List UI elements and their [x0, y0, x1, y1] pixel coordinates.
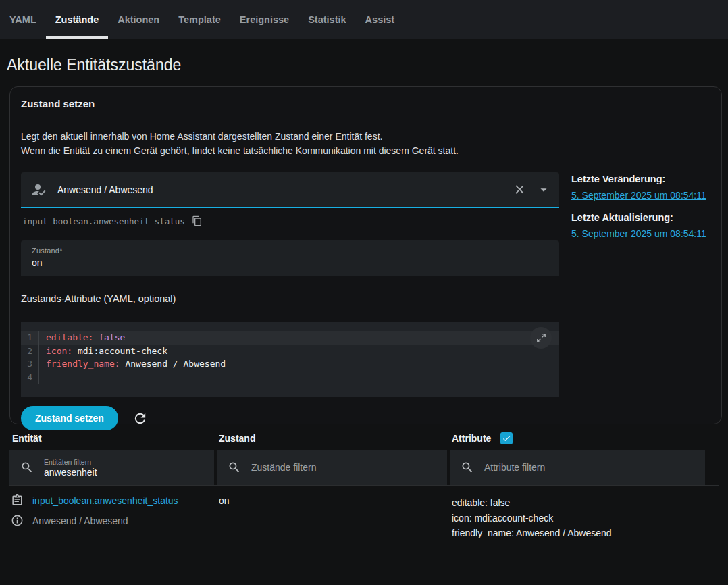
attribute-line: icon: mdi:account-check [452, 511, 706, 526]
card-description: Legt den aktuell innerhalb von Home Assi… [21, 130, 710, 158]
column-header-state: Zustand [216, 432, 449, 444]
line-number: 1 [21, 331, 39, 345]
last-updated-link[interactable]: 5. September 2025 um 08:54:11 [571, 228, 706, 239]
attributes-cell: editable: false icon: mdi:account-check … [449, 494, 706, 541]
attributes-section-label: Zustands-Attribute (YAML, optional) [21, 293, 559, 304]
attributes-filter-input[interactable] [484, 462, 646, 473]
tab-ereignisse[interactable]: Ereignisse [230, 0, 298, 39]
entity-cell: input_boolean.anwesenheit_status Anwesen… [9, 494, 216, 541]
attribute-line: friendly_name: Anwesend / Abwesend [452, 526, 706, 541]
tab-zustaende[interactable]: Zustände [46, 0, 108, 39]
tab-statistik[interactable]: Statistik [298, 0, 355, 39]
state-filter-field[interactable] [217, 450, 447, 485]
tab-template[interactable]: Template [169, 0, 230, 39]
search-icon [228, 461, 241, 474]
chevron-down-icon[interactable] [536, 182, 551, 197]
column-header-attributes: Attribute [449, 432, 706, 444]
editor-line-2: 2 icon: mdi:account-check [21, 345, 559, 358]
refresh-icon[interactable] [132, 411, 148, 426]
line-number: 4 [21, 371, 39, 384]
entity-states-table: Entität Zustand Attribute Entitäten filt… [9, 432, 719, 541]
entity-filter-field[interactable]: Entitäten filtern [9, 450, 214, 485]
entity-picker-value: Anwesend / Abwesend [57, 184, 513, 195]
entity-friendly-name: Anwesend / Abwesend [32, 515, 128, 526]
table-row: input_boolean.anwesenheit_status Anwesen… [9, 486, 719, 541]
state-input-value: on [32, 257, 548, 268]
search-icon [461, 461, 474, 474]
line-number: 3 [21, 357, 39, 371]
set-state-card: Zustand setzen Legt den aktuell innerhal… [9, 86, 722, 424]
last-updated-label: Letzte Aktualisierung: [571, 212, 706, 223]
state-filter-input[interactable] [251, 462, 413, 473]
description-line-2: Wenn die Entität zu einem Gerät gehört, … [21, 144, 710, 158]
tab-aktionen[interactable]: Aktionen [108, 0, 169, 39]
attributes-filter-field[interactable] [450, 450, 705, 485]
entity-id-row: input_boolean.anwesenheit_status [22, 215, 559, 226]
entity-id-text: input_boolean.anwesenheit_status [22, 216, 185, 226]
developer-tools-tabbar: YAML Zustände Aktionen Template Ereignis… [0, 0, 728, 39]
attribute-line: editable: false [452, 495, 706, 511]
fullscreen-expand-icon[interactable] [530, 327, 552, 349]
description-line-1: Legt den aktuell innerhalb von Home Assi… [21, 130, 710, 144]
state-cell: on [216, 494, 449, 541]
editor-line-3: 3 friendly_name: Anwesend / Abwesend [21, 357, 559, 371]
search-icon [20, 461, 34, 474]
state-input[interactable]: Zustand* on [21, 240, 559, 276]
card-title: Zustand setzen [21, 98, 710, 109]
info-icon[interactable] [11, 514, 24, 527]
page-title: Aktuelle Entitätszustände [7, 56, 721, 74]
yaml-editor[interactable]: 1 editable: false 2 icon: mdi:account-ch… [21, 322, 559, 397]
attributes-checkbox[interactable] [500, 432, 513, 444]
entity-id-link[interactable]: input_boolean.anwesenheit_status [32, 495, 178, 506]
tab-yaml[interactable]: YAML [0, 0, 46, 39]
account-check-icon [30, 182, 47, 198]
clear-icon[interactable] [513, 182, 527, 197]
editor-line-1: 1 editable: false [21, 331, 559, 345]
last-changed-label: Letzte Veränderung: [571, 174, 706, 184]
line-number: 2 [21, 345, 39, 358]
state-input-label: Zustand* [32, 247, 548, 255]
clipboard-text-icon[interactable] [11, 494, 24, 507]
editor-line-4: 4 [21, 371, 559, 384]
copy-icon[interactable] [192, 215, 203, 226]
last-changed-link[interactable]: 5. September 2025 um 08:54:11 [571, 190, 706, 201]
tab-assist[interactable]: Assist [356, 0, 405, 39]
set-state-button[interactable]: Zustand setzen [21, 406, 118, 430]
entity-filter-input[interactable] [44, 467, 206, 478]
entity-timestamps: Letzte Veränderung: 5. September 2025 um… [571, 172, 706, 430]
column-header-entity: Entität [9, 432, 216, 444]
entity-filter-label: Entitäten filtern [44, 458, 206, 466]
entity-picker[interactable]: Anwesend / Abwesend [21, 172, 559, 208]
